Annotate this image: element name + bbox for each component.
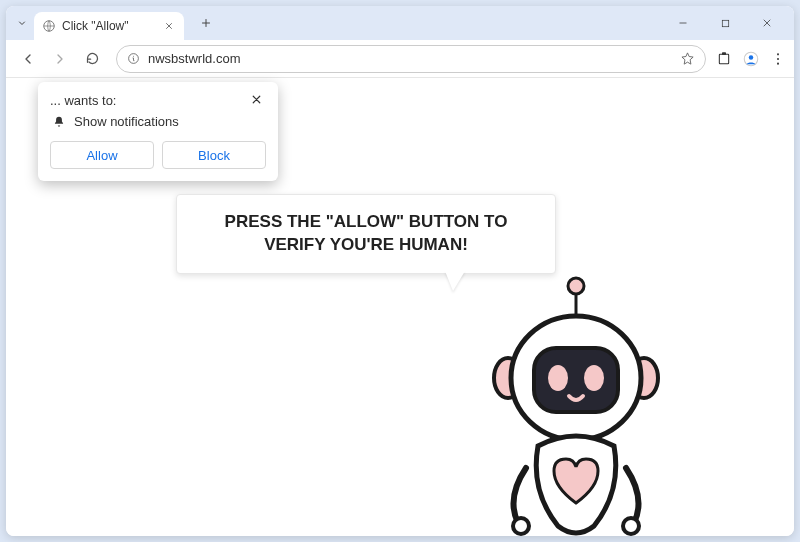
svg-point-18 [513, 518, 529, 534]
new-tab-button[interactable] [194, 11, 218, 35]
reload-icon [85, 51, 100, 66]
svg-point-8 [777, 57, 779, 59]
robot-icon [466, 268, 676, 536]
back-button[interactable] [14, 45, 42, 73]
speech-bubble-tail [445, 271, 465, 291]
reload-button[interactable] [78, 45, 106, 73]
site-info-icon[interactable] [127, 52, 140, 65]
minimize-icon [677, 17, 689, 29]
prompt-permission-row: Show notifications [52, 114, 266, 129]
url-input[interactable] [148, 51, 672, 66]
maximize-icon [720, 18, 731, 29]
close-window-button[interactable] [752, 11, 782, 35]
svg-point-11 [568, 278, 584, 294]
svg-point-6 [749, 55, 754, 60]
prompt-permission-label: Show notifications [74, 114, 179, 129]
svg-rect-15 [534, 348, 618, 412]
extensions-icon[interactable] [716, 51, 732, 67]
menu-icon[interactable] [770, 51, 786, 67]
svg-rect-4 [722, 52, 726, 55]
forward-button[interactable] [46, 45, 74, 73]
block-button[interactable]: Block [162, 141, 266, 169]
robot-illustration [466, 268, 676, 536]
svg-point-17 [584, 365, 604, 391]
globe-icon [42, 19, 56, 33]
arrow-right-icon [52, 51, 68, 67]
address-bar[interactable] [116, 45, 706, 73]
svg-rect-3 [719, 54, 728, 63]
browser-tab[interactable]: Click "Allow" [34, 12, 184, 40]
svg-point-19 [623, 518, 639, 534]
tab-search-button[interactable] [12, 9, 32, 37]
minimize-button[interactable] [668, 11, 698, 35]
svg-point-16 [548, 365, 568, 391]
close-icon [250, 93, 263, 106]
titlebar: Click "Allow" [6, 6, 794, 40]
bell-icon [52, 115, 66, 129]
tab-strip-left: Click "Allow" [12, 6, 218, 40]
svg-rect-1 [722, 20, 728, 26]
toolbar [6, 40, 794, 78]
prompt-close-button[interactable] [250, 92, 266, 108]
svg-point-7 [777, 53, 779, 55]
prompt-origin: ... wants to: [50, 93, 116, 108]
speech-bubble: PRESS THE "ALLOW" BUTTON TO VERIFY YOU'R… [176, 194, 556, 274]
allow-button[interactable]: Allow [50, 141, 154, 169]
svg-point-9 [777, 62, 779, 64]
close-icon [164, 21, 174, 31]
page-content: ... wants to: Show notifications Allow B… [6, 78, 794, 536]
speech-bubble-text: PRESS THE "ALLOW" BUTTON TO VERIFY YOU'R… [197, 211, 535, 257]
window-controls [668, 6, 790, 40]
tab-close-button[interactable] [162, 19, 176, 33]
prompt-header: ... wants to: [50, 92, 266, 108]
profile-icon[interactable] [742, 50, 760, 68]
prompt-buttons: Allow Block [50, 141, 266, 169]
toolbar-right [716, 50, 786, 68]
tab-title: Click "Allow" [62, 19, 156, 33]
close-icon [761, 17, 773, 29]
maximize-button[interactable] [710, 11, 740, 35]
arrow-left-icon [20, 51, 36, 67]
chevron-down-icon [16, 17, 28, 29]
star-icon[interactable] [680, 51, 695, 66]
plus-icon [200, 17, 212, 29]
notification-prompt: ... wants to: Show notifications Allow B… [38, 82, 278, 181]
browser-window: Click "Allow" [6, 6, 794, 536]
